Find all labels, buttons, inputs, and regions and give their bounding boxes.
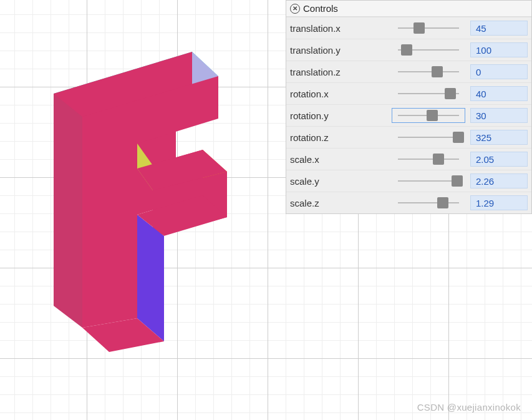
slider[interactable] <box>392 42 465 57</box>
slider[interactable] <box>392 108 465 123</box>
control-label: scale.z <box>290 198 387 208</box>
svg-marker-3 <box>54 94 82 328</box>
slider-track <box>398 159 459 160</box>
panel-header: ✕ Controls <box>286 1 531 17</box>
control-row: scale.y2.26 <box>286 170 531 192</box>
control-row: rotation.y30 <box>286 104 531 126</box>
value-input[interactable]: 1.29 <box>470 195 528 210</box>
panel-title: Controls <box>303 3 338 14</box>
slider-thumb[interactable] <box>433 154 444 165</box>
slider-thumb[interactable] <box>453 132 464 143</box>
slider-thumb[interactable] <box>437 197 448 208</box>
control-row: rotation.z325 <box>286 126 531 148</box>
value-input[interactable]: 325 <box>470 130 528 145</box>
control-row: rotation.x40 <box>286 82 531 104</box>
control-label: translation.y <box>290 45 387 56</box>
slider[interactable] <box>392 152 465 167</box>
slider-thumb[interactable] <box>401 44 412 56</box>
slider[interactable] <box>392 195 465 210</box>
value-input[interactable]: 2.26 <box>470 173 528 188</box>
control-row: scale.x2.05 <box>286 148 531 170</box>
control-label: scale.y <box>290 176 387 187</box>
control-label: translation.z <box>290 67 387 77</box>
control-row: scale.z1.29 <box>286 192 531 213</box>
slider[interactable] <box>392 64 465 79</box>
value-input[interactable]: 30 <box>470 108 528 123</box>
control-row: translation.z0 <box>286 61 531 82</box>
slider[interactable] <box>392 130 465 145</box>
slider-thumb[interactable] <box>432 66 443 77</box>
control-label: scale.x <box>290 154 387 165</box>
slider[interactable] <box>392 21 465 36</box>
slider-track <box>398 27 459 29</box>
value-input[interactable]: 45 <box>470 21 528 36</box>
slider[interactable] <box>392 86 465 101</box>
value-input[interactable]: 0 <box>470 64 528 79</box>
svg-marker-8 <box>176 128 203 150</box>
close-icon[interactable]: ✕ <box>290 4 300 14</box>
value-input[interactable]: 40 <box>470 86 528 101</box>
slider-track <box>398 202 459 203</box>
control-row: translation.y100 <box>286 39 531 61</box>
value-input[interactable]: 100 <box>470 42 528 57</box>
3d-f-shape <box>31 44 256 368</box>
value-input[interactable]: 2.05 <box>470 152 528 167</box>
watermark: CSDN @xuejianxinokok <box>417 402 521 413</box>
controls-panel: ✕ Controls translation.x45translation.y1… <box>286 0 532 214</box>
control-label: rotation.x <box>290 89 387 99</box>
slider-track <box>398 71 459 72</box>
slider-track <box>398 137 459 138</box>
slider-thumb[interactable] <box>445 88 456 99</box>
control-label: rotation.z <box>290 132 387 143</box>
slider[interactable] <box>392 173 465 188</box>
slider-track <box>398 180 459 182</box>
control-row: translation.x45 <box>286 17 531 39</box>
control-label: translation.x <box>290 23 387 34</box>
slider-thumb[interactable] <box>427 110 438 121</box>
slider-thumb[interactable] <box>452 175 463 187</box>
slider-thumb[interactable] <box>414 22 425 34</box>
control-label: rotation.y <box>290 110 387 121</box>
